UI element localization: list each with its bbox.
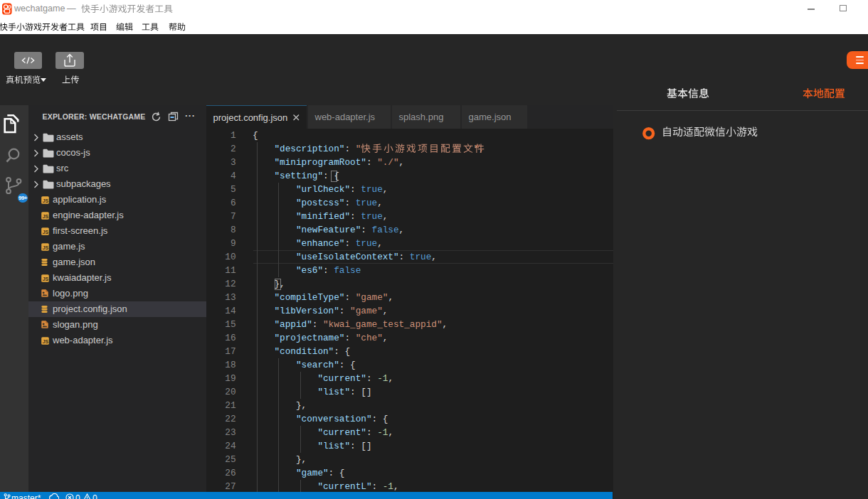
svg-text:JS: JS: [43, 230, 49, 235]
svg-text:JS: JS: [43, 277, 49, 281]
svg-text:JS: JS: [43, 214, 49, 219]
svg-text:JS: JS: [43, 198, 49, 203]
svg-text:JS: JS: [43, 339, 49, 344]
svg-text:JS: JS: [43, 245, 49, 250]
